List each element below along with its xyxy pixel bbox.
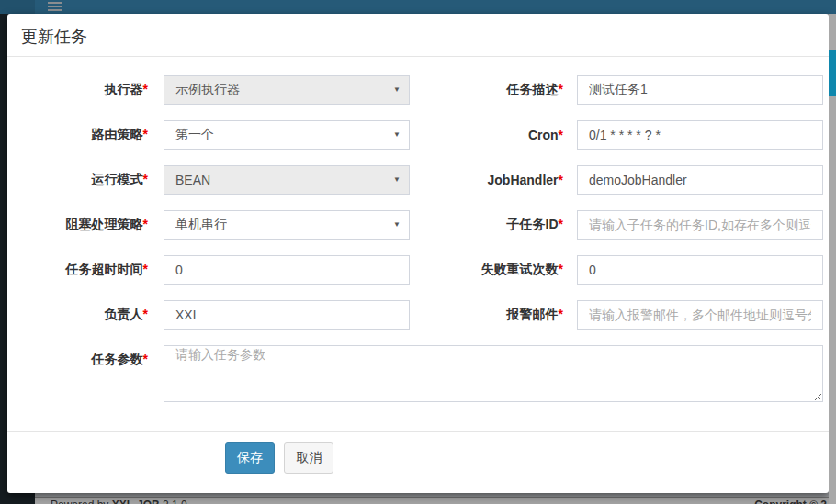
child-job-id-input[interactable] [577, 210, 823, 240]
timeout-input[interactable] [164, 255, 410, 285]
alarm-email-input[interactable] [577, 300, 823, 330]
fail-retry-input[interactable] [577, 255, 823, 285]
job-param-textarea[interactable] [164, 345, 823, 402]
modal-title: 更新任务 [21, 26, 815, 48]
form-row: 阻塞处理策略* 单机串行 ▼ 子任务ID* [12, 210, 823, 240]
required-marker: * [559, 262, 563, 276]
form-row: 运行模式* BEAN ▼ JobHandler* [12, 165, 823, 195]
alarm-email-label: 报警邮件* [410, 307, 577, 323]
chevron-down-icon: ▼ [393, 176, 401, 184]
required-marker: * [559, 128, 563, 142]
form-row: 任务参数* [12, 345, 823, 402]
required-marker: * [143, 172, 148, 186]
author-label: 负责人* [12, 307, 164, 323]
required-marker: * [143, 127, 148, 141]
app-window: Powered by XXL-JOB 2.1.0 Copyright © 2 更… [0, 0, 836, 504]
required-marker: * [143, 217, 148, 231]
update-job-modal: 更新任务 执行器* 示例执行器 ▼ 任务描述* 路由策略* 第一个 ▼ Cron… [7, 14, 829, 493]
jobhandler-input[interactable] [577, 165, 823, 195]
form-row: 负责人* 报警邮件* [12, 300, 823, 330]
update-job-form: 执行器* 示例执行器 ▼ 任务描述* 路由策略* 第一个 ▼ Cron* 运行模… [7, 57, 829, 431]
route-strategy-label: 路由策略* [12, 127, 164, 143]
cron-label: Cron* [410, 128, 577, 142]
required-marker: * [143, 307, 148, 321]
modal-footer: 保存 取消 [7, 431, 829, 493]
form-row: 执行器* 示例执行器 ▼ 任务描述* [12, 75, 823, 105]
cancel-button[interactable]: 取消 [284, 442, 333, 474]
executor-label: 执行器* [12, 82, 164, 98]
required-marker: * [143, 262, 148, 276]
author-input[interactable] [164, 300, 410, 330]
executor-select: 示例执行器 ▼ [164, 75, 410, 105]
block-strategy-select[interactable]: 单机串行 ▼ [164, 210, 410, 240]
fail-retry-label: 失败重试次数* [410, 262, 577, 278]
jobhandler-label: JobHandler* [410, 173, 577, 187]
required-marker: * [559, 217, 563, 231]
form-row: 路由策略* 第一个 ▼ Cron* [12, 120, 823, 150]
run-mode-label: 运行模式* [12, 172, 164, 188]
required-marker: * [143, 82, 148, 96]
chevron-down-icon: ▼ [393, 86, 401, 94]
child-job-id-label: 子任务ID* [410, 217, 577, 233]
required-marker: * [559, 307, 563, 321]
block-strategy-label: 阻塞处理策略* [12, 217, 164, 233]
chevron-down-icon: ▼ [393, 131, 401, 139]
scrollbar-thumb[interactable] [829, 50, 836, 96]
required-marker: * [559, 173, 563, 187]
cron-input[interactable] [577, 120, 823, 150]
job-desc-label: 任务描述* [410, 82, 577, 98]
timeout-label: 任务超时时间* [12, 262, 164, 278]
scrollbar-track[interactable] [829, 14, 836, 504]
run-mode-select: BEAN ▼ [164, 165, 410, 195]
route-strategy-select[interactable]: 第一个 ▼ [164, 120, 410, 150]
form-row: 任务超时时间* 失败重试次数* [12, 255, 823, 285]
save-button[interactable]: 保存 [225, 442, 275, 474]
modal-header: 更新任务 [7, 14, 829, 57]
chevron-down-icon: ▼ [393, 221, 401, 229]
required-marker: * [559, 82, 563, 96]
required-marker: * [143, 352, 148, 366]
job-param-label: 任务参数* [12, 345, 164, 368]
job-desc-input[interactable] [577, 75, 823, 105]
